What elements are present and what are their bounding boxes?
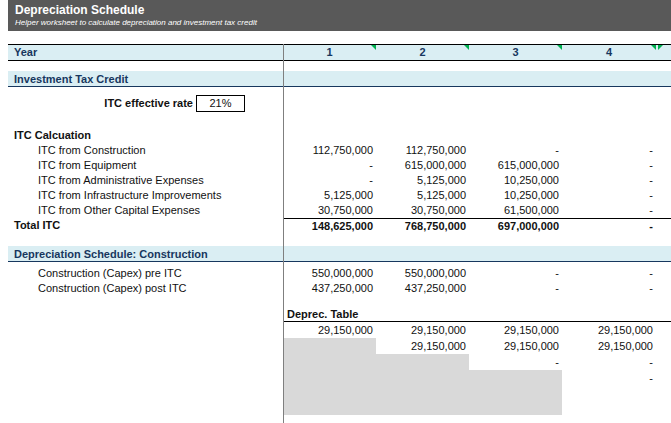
total-itc-row: Total ITC 148,625,000 768,750,000 697,00… bbox=[0, 218, 671, 234]
cell-year1-shaded[interactable] bbox=[283, 354, 376, 370]
row-label: ITC from Construction bbox=[0, 143, 283, 158]
cell-year1[interactable]: 550,000,000 bbox=[283, 266, 376, 281]
cell-year3[interactable]: - bbox=[469, 354, 562, 370]
cell-year2[interactable]: 768,750,000 bbox=[376, 218, 469, 234]
cell-year1[interactable]: 5,125,000 bbox=[283, 188, 376, 203]
year-col-margin bbox=[656, 45, 671, 60]
cell-year1-shaded[interactable] bbox=[283, 370, 376, 386]
year-col-3[interactable]: 3 bbox=[469, 45, 562, 60]
cell-year4[interactable]: - bbox=[562, 158, 656, 173]
table-row: ITC from Equipment - 615,000,000 615,000… bbox=[0, 158, 671, 173]
cell-year1[interactable]: - bbox=[283, 173, 376, 188]
cell-year2[interactable]: 615,000,000 bbox=[376, 158, 469, 173]
year-1-value: 1 bbox=[326, 46, 332, 58]
table-row: ITC from Infrastructure Improvements 5,1… bbox=[0, 188, 671, 203]
cell-year4[interactable]: 29,150,000 bbox=[562, 322, 656, 338]
year-col-1[interactable]: 1 bbox=[283, 45, 376, 60]
cell-year2[interactable]: 550,000,000 bbox=[376, 266, 469, 281]
depreciation-worksheet: Depreciation Schedule Helper worksheet t… bbox=[0, 0, 671, 423]
cell-year4[interactable]: - bbox=[562, 218, 656, 234]
page-title: Depreciation Schedule bbox=[15, 3, 671, 17]
itc-rate-input[interactable]: 21% bbox=[196, 95, 245, 112]
cell-year3[interactable]: 10,250,000 bbox=[469, 173, 562, 188]
cell-year2-shaded[interactable] bbox=[376, 354, 469, 370]
cell-year4[interactable]: - bbox=[562, 281, 656, 296]
row-label: ITC from Other Capital Expenses bbox=[0, 203, 283, 218]
cell-year2-shaded[interactable] bbox=[376, 370, 469, 386]
depreciation-section-band: Depreciation Schedule: Construction bbox=[8, 246, 671, 262]
cell-year1[interactable]: 112,750,000 bbox=[283, 143, 376, 158]
cell-year2[interactable]: 29,150,000 bbox=[376, 338, 469, 354]
cell-year1-shaded[interactable] bbox=[283, 338, 376, 354]
cell-year4[interactable]: - bbox=[562, 203, 656, 218]
cell-year3-shaded[interactable] bbox=[469, 370, 562, 386]
cell-year3[interactable]: 29,150,000 bbox=[469, 322, 562, 338]
cell-year2[interactable]: 5,125,000 bbox=[376, 188, 469, 203]
year-col-4[interactable]: 4 bbox=[562, 45, 656, 60]
deprec-table-row: 29,150,000 29,150,000 29,150,000 bbox=[283, 338, 671, 354]
cell-year1[interactable]: 148,625,000 bbox=[283, 218, 376, 234]
cell-year3[interactable]: 29,150,000 bbox=[469, 338, 562, 354]
row-label: Construction (Capex) pre ITC bbox=[0, 266, 283, 281]
year-label: Year bbox=[8, 45, 283, 60]
cell-year3[interactable]: 61,500,000 bbox=[469, 203, 562, 218]
deprec-table-row: - - bbox=[283, 354, 671, 370]
row-label: ITC from Administrative Expenses bbox=[0, 173, 283, 188]
cell-year1[interactable]: 29,150,000 bbox=[283, 322, 376, 338]
row-label: ITC from Equipment bbox=[0, 158, 283, 173]
shaded-region bbox=[283, 386, 562, 415]
flag-triangle-icon bbox=[658, 45, 663, 50]
year-header-row: Year 1 2 3 4 bbox=[8, 44, 671, 61]
table-row: ITC from Other Capital Expenses 30,750,0… bbox=[0, 203, 671, 218]
table-row: Construction (Capex) pre ITC 550,000,000… bbox=[0, 266, 671, 281]
cell-year4[interactable]: - bbox=[562, 354, 656, 370]
cell-year2[interactable]: 29,150,000 bbox=[376, 322, 469, 338]
cell-year4[interactable]: - bbox=[562, 173, 656, 188]
cell-year3[interactable]: - bbox=[469, 143, 562, 158]
itc-calc-title: ITC Calcuation bbox=[0, 128, 283, 143]
depreciation-section-title: Depreciation Schedule: Construction bbox=[8, 246, 283, 261]
cell-year3[interactable]: - bbox=[469, 266, 562, 281]
cell-year4[interactable]: 29,150,000 bbox=[562, 338, 656, 354]
cell-year3[interactable]: 697,000,000 bbox=[469, 218, 562, 234]
cell-year4[interactable]: - bbox=[562, 370, 656, 386]
page-subtitle: Helper worksheet to calculate depreciati… bbox=[15, 17, 671, 28]
cell-year1[interactable]: 437,250,000 bbox=[283, 281, 376, 296]
row-label: ITC from Infrastructure Improvements bbox=[0, 188, 283, 203]
cell-year4[interactable]: - bbox=[562, 188, 656, 203]
table-row: ITC from Construction 112,750,000 112,75… bbox=[0, 143, 671, 158]
year-3-value: 3 bbox=[512, 46, 518, 58]
row-label: Construction (Capex) post ITC bbox=[0, 281, 283, 296]
itc-section-title: Investment Tax Credit bbox=[8, 71, 283, 86]
cell-year3[interactable]: - bbox=[469, 281, 562, 296]
deprec-table-row: - bbox=[283, 370, 671, 386]
table-row: Construction (Capex) post ITC 437,250,00… bbox=[0, 281, 671, 296]
cell-year4[interactable]: - bbox=[562, 266, 656, 281]
cell-year1[interactable]: - bbox=[283, 158, 376, 173]
cell-year2[interactable]: 437,250,000 bbox=[376, 281, 469, 296]
total-itc-label: Total ITC bbox=[0, 218, 283, 234]
column-separator-line bbox=[283, 44, 284, 423]
deprec-table-title: Deprec. Table bbox=[283, 306, 671, 322]
deprec-table-row: 29,150,000 29,150,000 29,150,000 29,150,… bbox=[283, 322, 671, 338]
cell-year3[interactable]: 10,250,000 bbox=[469, 188, 562, 203]
worksheet-header: Depreciation Schedule Helper worksheet t… bbox=[8, 0, 671, 31]
itc-calc-heading-row: ITC Calcuation bbox=[0, 128, 671, 143]
itc-section-band: Investment Tax Credit bbox=[8, 71, 671, 87]
table-row: ITC from Administrative Expenses - 5,125… bbox=[0, 173, 671, 188]
cell-year4[interactable]: - bbox=[562, 143, 656, 158]
cell-year2[interactable]: 112,750,000 bbox=[376, 143, 469, 158]
year-2-value: 2 bbox=[419, 46, 425, 58]
cell-year2[interactable]: 5,125,000 bbox=[376, 173, 469, 188]
year-4-value: 4 bbox=[606, 46, 612, 58]
cell-year3[interactable]: 615,000,000 bbox=[469, 158, 562, 173]
cell-year1[interactable]: 30,750,000 bbox=[283, 203, 376, 218]
year-col-2[interactable]: 2 bbox=[376, 45, 469, 60]
itc-rate-label: ITC effective rate bbox=[0, 95, 193, 112]
cell-year2[interactable]: 30,750,000 bbox=[376, 203, 469, 218]
